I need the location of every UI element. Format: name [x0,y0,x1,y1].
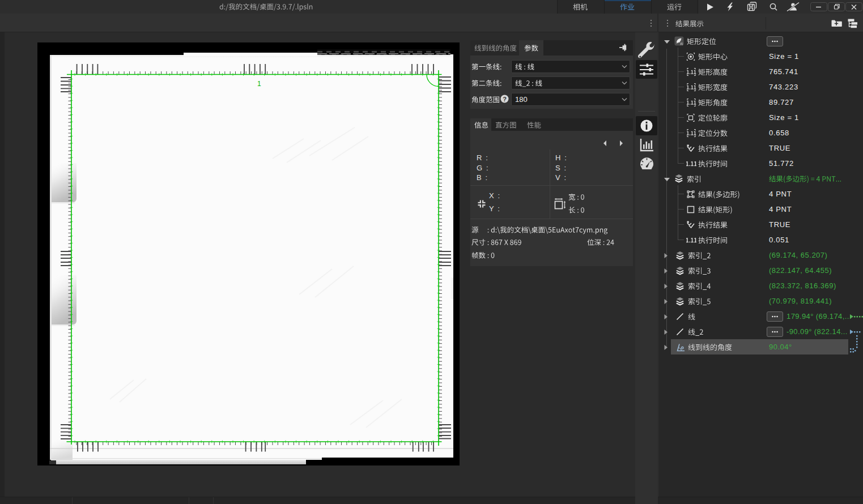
svg-text:1: 1 [257,80,261,88]
svg-text:?: ? [503,96,507,102]
